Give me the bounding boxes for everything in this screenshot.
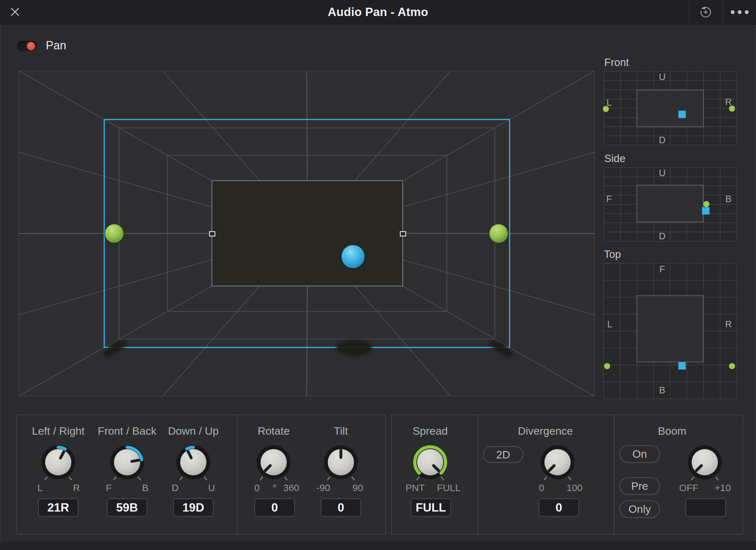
spread-max-label: FULL xyxy=(430,481,468,494)
speaker-dot xyxy=(729,363,735,369)
knob-range-tick xyxy=(138,477,141,480)
left-right-knob[interactable] xyxy=(34,438,82,486)
mini-view-bed-rectangle xyxy=(637,90,704,127)
mini-view-bed-rectangle xyxy=(637,185,703,222)
tilt-knob[interactable] xyxy=(317,438,365,486)
window-title: Audio Pan - Atmo xyxy=(0,0,756,24)
axis-label: L xyxy=(607,97,612,108)
knob-value-arc xyxy=(187,448,193,449)
knob-range-tick xyxy=(45,477,47,480)
down-up-value[interactable]: 19D xyxy=(173,498,213,517)
knob-range-tick xyxy=(417,477,419,480)
pan-position-marker[interactable] xyxy=(679,362,686,370)
axis-label: U xyxy=(659,72,666,82)
axis-label: R xyxy=(725,319,732,329)
mini-view-title: Side xyxy=(604,152,625,164)
front-back-knob[interactable] xyxy=(103,438,151,486)
mini-view-top: TopFBLR xyxy=(604,248,737,399)
boom-title: Boom xyxy=(624,425,720,437)
panel-divider xyxy=(614,415,615,534)
speaker-sphere-right[interactable] xyxy=(489,224,508,243)
front-back-min-label: F xyxy=(90,481,128,494)
axis-label: B xyxy=(725,194,731,204)
axis-label: F xyxy=(659,264,665,274)
speaker-dot xyxy=(729,106,735,112)
knob-range-tick xyxy=(569,477,571,480)
spread-value[interactable]: FULL xyxy=(411,498,451,517)
pan-position-marker[interactable] xyxy=(702,207,710,214)
titlebar-divider xyxy=(689,1,689,23)
divergence-title: Divergence xyxy=(497,425,593,437)
knob-cap xyxy=(45,449,72,476)
audio-pan-window: Audio Pan - Atmo Pan FrontUDLRSideUDFBTo… xyxy=(0,0,756,550)
pan-3d-viewport[interactable] xyxy=(19,71,595,396)
reset-pan-button[interactable] xyxy=(691,3,721,21)
axis-label: U xyxy=(659,168,666,178)
mini-view-title: Top xyxy=(604,248,621,260)
boom-min-label: OFF xyxy=(670,481,708,494)
tilt-value[interactable]: 0 xyxy=(321,498,361,517)
knob-range-tick xyxy=(180,477,182,480)
titlebar: Audio Pan - Atmo xyxy=(0,0,756,25)
rotate-value[interactable]: 0 xyxy=(254,498,295,517)
ellipsis-icon xyxy=(727,7,752,17)
speaker-dot xyxy=(603,106,609,112)
tilt-min-label: -90 xyxy=(304,481,342,494)
back-wall xyxy=(212,181,403,286)
tilt-title: Tilt xyxy=(293,425,389,437)
divergence-knob[interactable] xyxy=(534,438,582,486)
toggle-knob-icon xyxy=(27,42,35,50)
mini-view-bed-rectangle xyxy=(637,296,703,362)
pan-enable-toggle[interactable] xyxy=(17,41,37,51)
wall-resize-handle[interactable] xyxy=(400,231,406,236)
front-back-value[interactable]: 59B xyxy=(107,498,147,517)
knob-cap xyxy=(114,449,141,476)
speaker-sphere-left[interactable] xyxy=(105,224,124,243)
titlebar-divider xyxy=(723,1,723,23)
knob-range-tick xyxy=(69,477,72,480)
left-right-min-label: L xyxy=(21,481,59,494)
mode-2d-button[interactable]: 2D xyxy=(483,446,523,463)
wall-resize-handle[interactable] xyxy=(210,231,215,236)
axis-label: R xyxy=(725,97,732,107)
knob-range-tick xyxy=(352,477,354,480)
boom-pre-button[interactable]: Pre xyxy=(619,477,660,495)
mini-view-title: Front xyxy=(604,56,629,68)
boom-on-button[interactable]: On xyxy=(619,445,660,463)
mini-view-side: SideUDFB xyxy=(604,152,737,241)
object-shadow xyxy=(336,340,372,356)
knob-range-tick xyxy=(441,477,444,480)
axis-label: D xyxy=(659,231,666,241)
divergence-min-label: 0 xyxy=(522,481,561,494)
left-right-value[interactable]: 21R xyxy=(38,498,78,517)
knob-pointer xyxy=(132,460,139,462)
boom-value[interactable] xyxy=(686,498,726,517)
knob-range-tick xyxy=(691,477,694,480)
knob-range-tick xyxy=(327,477,330,480)
axis-label: L xyxy=(607,319,612,329)
speaker-dot xyxy=(704,201,710,207)
knob-range-tick xyxy=(285,477,287,480)
rotate-knob[interactable] xyxy=(250,438,298,486)
down-up-knob[interactable] xyxy=(169,438,217,486)
speaker-dot xyxy=(604,363,610,369)
knob-range-tick xyxy=(544,477,546,480)
divergence-value[interactable]: 0 xyxy=(539,498,579,517)
boom-knob[interactable] xyxy=(681,438,729,486)
pan-position-sphere[interactable] xyxy=(341,245,365,268)
down-up-min-label: D xyxy=(156,481,194,494)
spread-min-label: PNT xyxy=(396,481,434,494)
boom-only-button[interactable]: Only xyxy=(619,500,660,518)
knob-value-arc xyxy=(58,448,65,449)
tilt-max-label: 90 xyxy=(339,481,377,494)
spread-knob[interactable] xyxy=(406,438,454,486)
pan-position-marker[interactable] xyxy=(679,111,686,118)
options-menu-button[interactable] xyxy=(725,3,755,21)
boom-max-label: +10 xyxy=(704,481,742,494)
spread-title: Spread xyxy=(382,425,478,437)
axis-label: B xyxy=(659,385,665,395)
mini-view-front: FrontUDLR xyxy=(603,56,737,145)
divergence-max-label: 100 xyxy=(555,481,594,494)
reset-plus-icon xyxy=(698,4,714,20)
window-bottom-edge xyxy=(0,541,756,550)
